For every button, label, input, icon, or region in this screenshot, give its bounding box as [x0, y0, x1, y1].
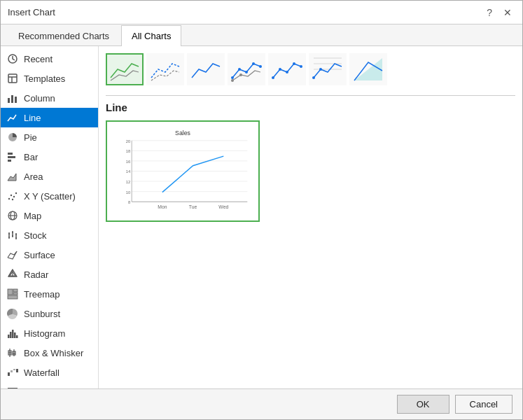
sidebar-label-line: Line	[24, 113, 41, 123]
svg-rect-39	[10, 332, 12, 338]
area-icon	[6, 170, 19, 183]
svg-text:Tue: Tue	[189, 204, 197, 209]
close-button[interactable]: ✕	[500, 6, 515, 19]
svg-rect-35	[13, 293, 18, 295]
stock-icon	[6, 229, 19, 241]
sidebar-label-templates: Templates	[24, 74, 65, 84]
svg-rect-4	[8, 98, 10, 103]
svg-point-68	[286, 71, 288, 74]
svg-point-63	[259, 65, 262, 68]
sidebar: Recent Templates	[1, 46, 99, 388]
content-area: Recent Templates	[1, 46, 522, 388]
svg-point-69	[293, 62, 295, 65]
chart-type-line-4[interactable]	[228, 53, 265, 85]
sidebar-item-stock[interactable]: Stock	[1, 225, 98, 245]
svg-point-14	[15, 192, 17, 194]
svg-rect-34	[13, 289, 18, 292]
sidebar-item-funnel[interactable]: Funnel	[1, 382, 98, 388]
map-icon	[6, 209, 19, 222]
svg-rect-49	[8, 372, 10, 376]
sidebar-item-column[interactable]: Column	[1, 88, 98, 108]
svg-text:18: 18	[126, 149, 130, 153]
svg-rect-40	[12, 330, 14, 338]
waterfall-icon	[6, 366, 19, 379]
svg-marker-76	[354, 58, 382, 80]
sidebar-label-column: Column	[24, 93, 55, 104]
svg-point-11	[8, 198, 10, 200]
sidebar-label-stock: Stock	[24, 230, 47, 241]
surface-icon	[6, 248, 19, 261]
histogram-icon	[6, 327, 19, 340]
sidebar-label-treemap: Treemap	[24, 289, 60, 300]
sidebar-item-box[interactable]: Box & Whisker	[1, 343, 98, 363]
svg-text:20: 20	[126, 139, 130, 144]
chart-type-line-5[interactable]	[268, 53, 306, 85]
sidebar-item-surface[interactable]: Surface	[1, 245, 98, 265]
sidebar-item-templates[interactable]: Templates	[1, 69, 98, 88]
ok-button[interactable]: OK	[397, 395, 449, 414]
svg-text:Sales: Sales	[175, 130, 190, 136]
chart-type-line[interactable]	[106, 53, 144, 85]
chart-type-line-6[interactable]	[309, 53, 347, 85]
sidebar-label-pie: Pie	[24, 132, 37, 143]
svg-point-67	[279, 68, 281, 71]
svg-rect-36	[8, 295, 18, 299]
sidebar-item-radar[interactable]: Radar	[1, 265, 98, 284]
recent-icon	[6, 52, 19, 65]
tab-all-charts[interactable]: All Charts	[121, 25, 181, 46]
svg-point-65	[239, 74, 242, 76]
chart-type-line-2[interactable]	[146, 53, 184, 85]
svg-text:16: 16	[126, 160, 130, 164]
svg-rect-1	[8, 74, 17, 83]
svg-rect-33	[8, 289, 13, 295]
chart-type-line-7[interactable]	[349, 53, 387, 85]
title-bar-controls: ? ✕	[483, 6, 515, 19]
sidebar-item-pie[interactable]: Pie	[1, 127, 98, 147]
svg-rect-41	[14, 332, 16, 338]
svg-rect-5	[11, 95, 13, 103]
sidebar-label-scatter: X Y (Scatter)	[24, 191, 76, 202]
sidebar-label-area: Area	[24, 172, 43, 182]
main-area: Line Sales 20 18 16	[99, 46, 522, 388]
box-icon	[6, 346, 19, 359]
svg-rect-52	[16, 369, 18, 372]
sidebar-label-map: Map	[24, 211, 41, 221]
svg-point-64	[231, 79, 234, 82]
svg-text:10: 10	[126, 190, 130, 195]
bar-icon	[6, 150, 19, 163]
sidebar-label-surface: Surface	[24, 250, 55, 260]
sidebar-label-sunburst: Sunburst	[24, 309, 60, 319]
footer: OK Cancel	[1, 388, 522, 419]
svg-rect-8	[8, 156, 15, 158]
chart-preview-svg: Sales 20 18 16 14 12 10 8	[111, 126, 254, 216]
line-icon	[6, 111, 19, 124]
sidebar-item-recent[interactable]: Recent	[1, 49, 98, 69]
sidebar-item-line[interactable]: Line	[1, 108, 98, 127]
sidebar-label-bar: Bar	[24, 152, 38, 162]
svg-point-15	[12, 199, 13, 200]
sidebar-item-sunburst[interactable]: Sunburst	[1, 304, 98, 323]
help-button[interactable]: ?	[483, 6, 496, 19]
svg-rect-38	[8, 335, 10, 338]
cancel-button[interactable]: Cancel	[455, 395, 512, 414]
treemap-icon	[6, 288, 19, 300]
chart-section-title: Line	[106, 102, 515, 113]
svg-rect-9	[8, 160, 11, 162]
templates-icon	[6, 72, 19, 85]
sidebar-item-area[interactable]: Area	[1, 167, 98, 186]
sidebar-label-box: Box & Whisker	[24, 348, 83, 358]
sidebar-item-scatter[interactable]: X Y (Scatter)	[1, 186, 98, 206]
svg-text:Wed: Wed	[218, 204, 228, 209]
tab-recommended[interactable]: Recommended Charts	[8, 25, 120, 46]
sidebar-item-waterfall[interactable]: Waterfall	[1, 363, 98, 382]
svg-point-74	[312, 76, 315, 79]
svg-point-62	[252, 62, 255, 65]
svg-marker-10	[8, 174, 16, 181]
dialog-title: Insert Chart	[8, 7, 55, 18]
sidebar-item-histogram[interactable]: Histogram	[1, 323, 98, 343]
sidebar-item-map[interactable]: Map	[1, 206, 98, 225]
sidebar-item-treemap[interactable]: Treemap	[1, 284, 98, 304]
chart-type-line-3[interactable]	[187, 53, 225, 85]
sidebar-item-bar[interactable]: Bar	[1, 147, 98, 167]
svg-point-12	[11, 195, 12, 196]
